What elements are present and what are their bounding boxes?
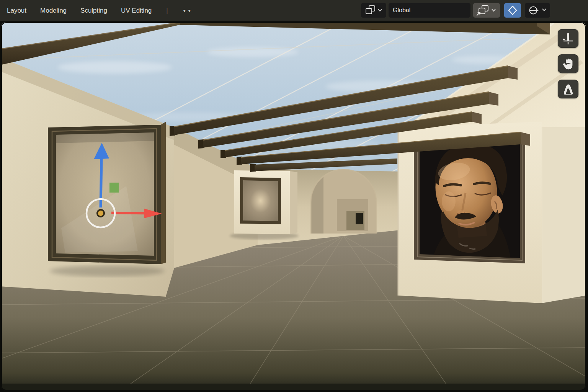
falloff-dropdown[interactable]: [525, 3, 550, 18]
topbar: Layout Modeling Sculpting UV Editing | ▼…: [0, 0, 588, 21]
gizmo-origin-dot[interactable]: [97, 210, 104, 217]
transform-orientation-value: Global: [393, 7, 410, 14]
transform-orientation-dropdown[interactable]: Global: [389, 3, 470, 18]
gallery-render: [0, 21, 588, 392]
diamond-icon: [506, 4, 519, 17]
display-block: [230, 170, 299, 240]
probe-icon: [561, 31, 575, 46]
portrait-face: [430, 144, 511, 258]
circle-arrow-icon: [526, 3, 549, 17]
block-painting[interactable]: [240, 177, 281, 224]
tab-sculpting[interactable]: Sculpting: [80, 7, 107, 15]
workspace-tabs: Layout Modeling Sculpting UV Editing | ▼…: [7, 0, 193, 21]
tab-layout[interactable]: Layout: [7, 7, 26, 15]
chevron-down-icon: [542, 9, 546, 11]
pan-button[interactable]: [558, 54, 578, 73]
3d-viewport[interactable]: [0, 21, 588, 392]
tab-separator: |: [166, 7, 168, 15]
camera-view-button[interactable]: [558, 80, 578, 98]
proportional-editing-toggle[interactable]: [504, 3, 521, 18]
snap-dropdown[interactable]: [473, 3, 500, 18]
overlapping-squares-arrow-icon: [474, 3, 499, 17]
camera-icon: [561, 82, 575, 96]
tab-uv-editing[interactable]: UV Editing: [121, 7, 152, 15]
hand-icon: [561, 57, 575, 71]
pivot-point-dropdown[interactable]: [361, 3, 386, 18]
probe-button[interactable]: [558, 29, 578, 48]
corridor-far-door: [356, 213, 363, 224]
tab-modeling[interactable]: Modeling: [40, 7, 67, 15]
tab-overflow-arrows[interactable]: ▼▼: [183, 9, 193, 13]
gizmo-plane-handle[interactable]: [109, 183, 119, 193]
portrait-painting[interactable]: [414, 139, 525, 263]
overlapping-squares-icon: [362, 4, 385, 17]
chevron-down-icon: [492, 9, 495, 11]
chevron-down-icon: [378, 9, 382, 11]
left-painting[interactable]: [48, 122, 166, 264]
